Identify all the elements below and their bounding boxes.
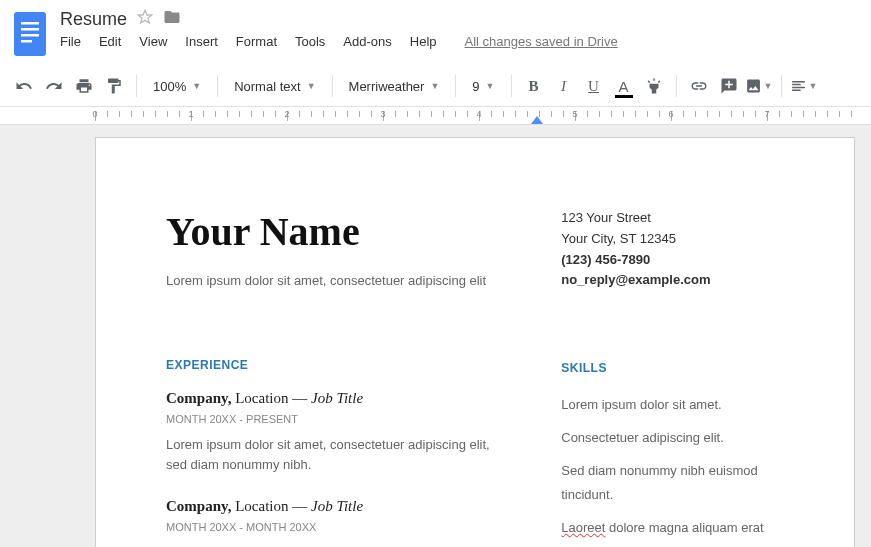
- undo-button[interactable]: [10, 72, 38, 100]
- section-skills[interactable]: SKILLS: [561, 361, 784, 375]
- folder-icon[interactable]: [163, 8, 181, 30]
- contact-street[interactable]: 123 Your Street: [561, 208, 784, 229]
- contact-city[interactable]: Your City, ST 12345: [561, 229, 784, 250]
- job-heading[interactable]: Company, Location — Job Title: [166, 498, 511, 515]
- text-color-button[interactable]: A: [610, 72, 638, 100]
- contact-email[interactable]: no_reply@example.com: [561, 270, 784, 291]
- menu-insert[interactable]: Insert: [185, 34, 218, 49]
- font-size-select[interactable]: 9▼: [464, 79, 502, 94]
- docs-logo-icon[interactable]: [10, 8, 50, 60]
- paint-format-button[interactable]: [100, 72, 128, 100]
- skills-text[interactable]: Lorem ipsum dolor sit amet.Consectetuer …: [561, 393, 784, 547]
- document-page[interactable]: Your Name Lorem ipsum dolor sit amet, co…: [95, 137, 855, 547]
- font-select[interactable]: Merriweather▼: [341, 79, 448, 94]
- toolbar: 100%▼ Normal text▼ Merriweather▼ 9▼ B I …: [0, 66, 871, 107]
- contact-block[interactable]: 123 Your Street Your City, ST 12345 (123…: [561, 208, 784, 291]
- svg-marker-5: [138, 10, 151, 23]
- contact-phone[interactable]: (123) 456-7890: [561, 250, 784, 271]
- svg-rect-3: [21, 34, 39, 37]
- job-heading[interactable]: Company, Location — Job Title: [166, 390, 511, 407]
- menu-addons[interactable]: Add-ons: [343, 34, 391, 49]
- bold-button[interactable]: B: [520, 72, 548, 100]
- style-select[interactable]: Normal text▼: [226, 79, 323, 94]
- menu-help[interactable]: Help: [410, 34, 437, 49]
- zoom-select[interactable]: 100%▼: [145, 79, 209, 94]
- highlight-button[interactable]: [640, 72, 668, 100]
- insert-comment-button[interactable]: [715, 72, 743, 100]
- job-description[interactable]: Lorem ipsum dolor sit amet, consectetuer…: [166, 435, 511, 474]
- menu-view[interactable]: View: [139, 34, 167, 49]
- ruler[interactable]: 01234567: [0, 107, 871, 125]
- align-button[interactable]: ▼: [790, 72, 818, 100]
- header: Resume File Edit View Insert Format Tool…: [0, 0, 871, 60]
- insert-image-button[interactable]: ▼: [745, 72, 773, 100]
- menu-file[interactable]: File: [60, 34, 81, 49]
- menu-format[interactable]: Format: [236, 34, 277, 49]
- section-experience[interactable]: EXPERIENCE: [166, 358, 511, 372]
- svg-rect-4: [21, 40, 32, 43]
- svg-rect-2: [21, 28, 39, 31]
- svg-marker-6: [531, 116, 543, 124]
- underline-button[interactable]: U: [580, 72, 608, 100]
- svg-rect-1: [21, 22, 39, 25]
- insert-link-button[interactable]: [685, 72, 713, 100]
- resume-tagline[interactable]: Lorem ipsum dolor sit amet, consectetuer…: [166, 273, 511, 288]
- canvas: Your Name Lorem ipsum dolor sit amet, co…: [0, 125, 871, 547]
- job-dates[interactable]: MONTH 20XX - PRESENT: [166, 413, 511, 425]
- save-status[interactable]: All changes saved in Drive: [465, 34, 618, 49]
- italic-button[interactable]: I: [550, 72, 578, 100]
- print-button[interactable]: [70, 72, 98, 100]
- job-dates[interactable]: MONTH 20XX - MONTH 20XX: [166, 521, 511, 533]
- menu-tools[interactable]: Tools: [295, 34, 325, 49]
- resume-name[interactable]: Your Name: [166, 208, 511, 255]
- redo-button[interactable]: [40, 72, 68, 100]
- menu-edit[interactable]: Edit: [99, 34, 121, 49]
- star-icon[interactable]: [137, 9, 153, 29]
- menu-bar: File Edit View Insert Format Tools Add-o…: [60, 34, 861, 49]
- document-title[interactable]: Resume: [60, 9, 127, 30]
